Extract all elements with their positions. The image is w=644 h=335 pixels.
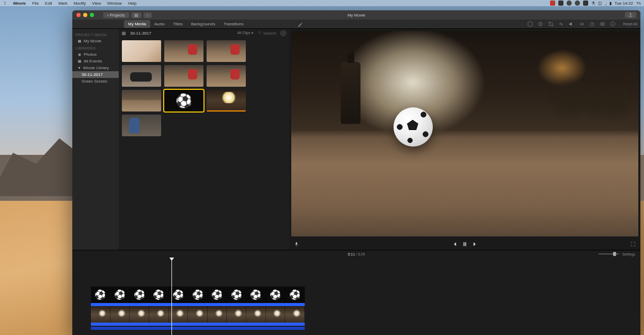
status-shield-icon[interactable]: ⚗ xyxy=(591,1,595,6)
svg-rect-10 xyxy=(296,242,297,245)
crop-icon[interactable] xyxy=(547,21,554,27)
tab-backgrounds[interactable]: Backgrounds xyxy=(187,20,219,28)
clip-thumb[interactable] xyxy=(122,40,161,62)
window-title: My Movie xyxy=(348,13,365,18)
clip-thumb[interactable] xyxy=(164,65,203,87)
prev-frame-button[interactable] xyxy=(452,240,457,249)
voiceover-icon[interactable] xyxy=(293,241,300,247)
menu-mark[interactable]: Mark xyxy=(55,1,71,6)
zoom-button[interactable] xyxy=(90,13,94,17)
thumbnail-grid xyxy=(119,37,289,139)
svg-rect-0 xyxy=(528,22,532,26)
clip-thumb[interactable] xyxy=(207,65,246,87)
timeline-track-main[interactable] xyxy=(91,306,305,323)
next-frame-button[interactable] xyxy=(473,240,478,249)
browser-search[interactable]: Search xyxy=(258,31,276,36)
browser-filter[interactable]: All Clips ▾ xyxy=(237,31,253,35)
volume-icon[interactable] xyxy=(568,21,574,27)
status-dropbox-icon[interactable] xyxy=(583,1,588,6)
apple-menu-icon[interactable]:  xyxy=(4,1,6,6)
svg-point-7 xyxy=(78,53,81,56)
color-balance-icon[interactable] xyxy=(527,21,533,27)
fullscreen-icon[interactable] xyxy=(630,241,636,247)
menu-window[interactable]: Window xyxy=(104,1,124,6)
content-tabs: My Media Audio Titles Backgrounds Transi… xyxy=(124,20,248,28)
playback-controls xyxy=(289,238,640,250)
sidebar-header-project: PROJECT MEDIA xyxy=(72,31,119,38)
pause-button[interactable] xyxy=(462,240,467,249)
traffic-lights xyxy=(76,13,94,17)
status-display-icon[interactable]: ◫ xyxy=(598,1,602,6)
enhance-wand-icon[interactable] xyxy=(297,21,303,27)
menu-view[interactable]: View xyxy=(89,1,104,6)
clip-thumb[interactable] xyxy=(207,90,246,111)
sidebar-photos[interactable]: Photos xyxy=(72,51,119,58)
sidebar: PROJECT MEDIA My Movie LIBRARIES Photos … xyxy=(72,29,119,250)
stabilize-icon[interactable] xyxy=(558,21,564,27)
timeline-audio-main-2[interactable] xyxy=(91,327,305,330)
svg-rect-8 xyxy=(78,60,81,62)
timeline-track-overlay[interactable] xyxy=(91,286,305,303)
status-wifi-icon[interactable]: ⁁ xyxy=(605,1,606,6)
tab-transitions[interactable]: Transitions xyxy=(219,20,248,28)
timeline-audio-main[interactable] xyxy=(91,323,305,326)
sidebar-project-media[interactable]: My Movie xyxy=(72,38,119,44)
menu-file[interactable]: File xyxy=(29,1,42,6)
noise-reduction-icon[interactable] xyxy=(578,21,585,27)
sidebar-event-30-11-2017[interactable]: 30-11-2017 xyxy=(72,71,119,78)
clip-thumb[interactable] xyxy=(207,40,246,62)
tab-titles[interactable]: Titles xyxy=(169,20,187,28)
sidebar-imovie-library[interactable]: ▼ iMovie Library xyxy=(72,65,119,71)
status-battery-icon[interactable]: ▮ xyxy=(609,1,611,6)
close-button[interactable] xyxy=(76,13,81,17)
svg-point-9 xyxy=(258,31,260,34)
speed-icon[interactable] xyxy=(589,21,595,27)
svg-rect-6 xyxy=(78,40,81,42)
browser-breadcrumb[interactable]: 30-11-2017 xyxy=(130,31,151,36)
clip-thumb[interactable] xyxy=(122,115,161,136)
preview-viewer[interactable] xyxy=(291,31,638,236)
browser-appearance-icon[interactable] xyxy=(280,30,286,36)
back-button[interactable]: ‹Projects xyxy=(103,12,129,18)
clip-thumb-selected[interactable] xyxy=(164,90,203,111)
sidebar-event-green-screen[interactable]: Green Screen xyxy=(72,78,119,85)
menubar-clock[interactable]: Tue 14:22 xyxy=(615,1,633,6)
playhead[interactable] xyxy=(171,258,172,335)
zoom-slider[interactable] xyxy=(599,253,619,254)
macos-menubar:  iMovie File Edit Mark Modify View Wind… xyxy=(0,0,644,6)
menubar-status: ⚗ ◫ ⁁ ▮ Tue 14:22 Th xyxy=(550,1,644,6)
imovie-window: ‹Projects ▤ ↓ My Movie My Media Audio Ti… xyxy=(72,10,640,335)
toolbar: My Media Audio Titles Backgrounds Transi… xyxy=(72,20,640,29)
clip-filter-icon[interactable] xyxy=(599,21,605,27)
sidebar-header-libraries: LIBRARIES xyxy=(72,44,119,51)
playback-time: 0:11 / 0:29 xyxy=(348,252,365,256)
browser-list-toggle[interactable]: ▤ xyxy=(122,31,126,36)
menu-modify[interactable]: Modify xyxy=(71,1,89,6)
status-record-icon[interactable] xyxy=(550,1,555,6)
reset-all-button[interactable]: Reset All xyxy=(623,22,637,26)
color-correction-icon[interactable] xyxy=(537,21,543,27)
clip-thumb[interactable] xyxy=(164,40,203,62)
tab-audio[interactable]: Audio xyxy=(150,20,169,28)
titlebar: ‹Projects ▤ ↓ My Movie xyxy=(72,10,640,20)
clip-thumb[interactable] xyxy=(122,90,161,111)
clip-thumb[interactable] xyxy=(122,65,161,87)
view-toggle-button[interactable]: ▤ xyxy=(131,12,142,18)
status-globe-icon[interactable] xyxy=(567,1,572,6)
sidebar-all-events[interactable]: All Events xyxy=(72,58,119,65)
status-sync-icon[interactable] xyxy=(575,1,580,6)
menu-edit[interactable]: Edit xyxy=(42,1,55,6)
minimize-button[interactable] xyxy=(83,13,87,17)
svg-rect-12 xyxy=(465,242,466,246)
app-menu[interactable]: iMovie xyxy=(10,1,29,6)
tab-my-media[interactable]: My Media xyxy=(124,20,150,28)
menu-help[interactable]: Help xyxy=(125,1,139,6)
preview-overlay-ball xyxy=(394,107,433,147)
share-button[interactable] xyxy=(625,12,636,18)
preview-panel xyxy=(289,29,640,250)
settings-button[interactable]: Settings xyxy=(622,252,635,256)
import-button[interactable]: ↓ xyxy=(144,12,152,18)
status-app-icon[interactable] xyxy=(558,1,563,6)
info-icon[interactable] xyxy=(609,21,616,27)
timeline[interactable] xyxy=(72,258,640,335)
